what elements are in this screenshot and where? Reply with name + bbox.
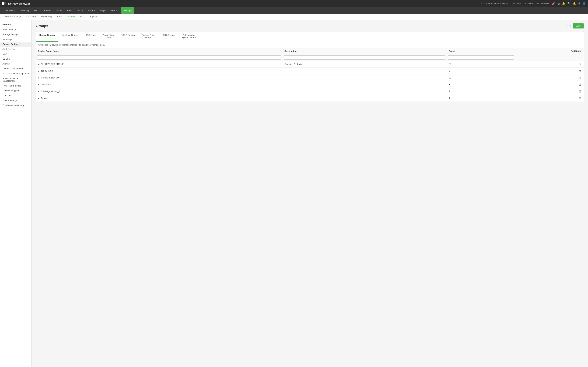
sidebar-item-mappings[interactable]: Mappings — [0, 37, 31, 42]
expand-icon[interactable]: ▶ — [38, 90, 39, 92]
sidebar-item-groups-settings[interactable]: Groups Settings — [0, 42, 31, 47]
add-button[interactable]: Add — [573, 23, 584, 28]
filter-name-input[interactable] — [37, 55, 281, 60]
device-groups-table: Device Group Name Description Count Acti… — [36, 48, 584, 102]
license-text: License will expire in 28 days — [484, 2, 508, 5]
tab-ip-groups[interactable]: IP Groups — [82, 32, 99, 42]
table-search-icon[interactable]: 🔍 — [579, 50, 581, 52]
row-description — [282, 68, 447, 75]
expand-icon[interactable]: ▶ — [38, 97, 39, 99]
col-header-count: Count — [447, 48, 515, 54]
row-name: Criteria_match any — [41, 76, 59, 79]
row-count: 23 — [447, 61, 515, 68]
sidebar-item-flow-filter[interactable]: Flow Filter Settings — [0, 83, 31, 88]
tab-dscp-groups[interactable]: DSCP Groups — [117, 32, 138, 42]
filter-name-cell — [36, 54, 282, 61]
app-name: NetFlow Analyzer — [8, 2, 30, 5]
search-icon[interactable]: 🔍 — [567, 2, 571, 5]
table-area: Create logical device groups for better … — [36, 42, 584, 102]
request-demo-link[interactable]: Request Demo — [536, 2, 549, 5]
navbar-item-settings[interactable]: Settings — [121, 7, 134, 14]
delete-icon[interactable]: 🗑 — [579, 83, 581, 86]
sidebar-item-attacks-license[interactable]: Attacks License Management — [0, 76, 31, 83]
delete-icon[interactable]: 🗑 — [579, 63, 581, 66]
row-description — [282, 88, 447, 95]
navbar-item-maps[interactable]: Maps — [98, 7, 108, 14]
row-name-cell: ▶ ALL DEVICES GROUP — [36, 61, 282, 68]
row-name: ALL DEVICES GROUP — [41, 63, 63, 65]
purchase-link[interactable]: Purchase — [525, 2, 533, 5]
row-actions: 🗑 — [515, 88, 584, 95]
filter-description-input[interactable] — [284, 55, 445, 60]
navbar-item-inventory[interactable]: Inventory — [17, 7, 32, 14]
subnav-item-oputils[interactable]: OpUtils — [88, 14, 100, 20]
row-name-cell: ▶ contains 4 — [36, 81, 282, 88]
sidebar-item-alert-profiles[interactable]: Alert Profiles — [0, 47, 31, 51]
navbar-item-ipsla[interactable]: IPSLA — [74, 7, 86, 14]
filter-count-input[interactable] — [448, 55, 514, 60]
table-row: ▶ ALL DEVICES GROUP Contains All devices… — [36, 61, 584, 68]
row-name-cell: ▶ Device — [36, 95, 282, 102]
notification-icon[interactable]: 🔔 — [573, 2, 576, 5]
sidebar-item-wlc-license[interactable]: WLC License Management — [0, 71, 31, 76]
table-row: ▶ Device 1 🗑 — [36, 95, 584, 102]
sidebar-item-attacks[interactable]: Attacks — [0, 61, 31, 66]
sidebar-item-nbar[interactable]: NBAR — [0, 51, 31, 57]
col-header-description: Description — [282, 48, 447, 54]
subnav-item-ncm[interactable]: NCM — [78, 14, 88, 20]
row-count: 1 — [447, 95, 515, 102]
navbar-item-dashboard[interactable]: Dashboard — [1, 7, 17, 14]
bell-icon[interactable]: 🔔 — [562, 2, 565, 5]
tab-device-groups[interactable]: Device Groups — [36, 32, 59, 42]
subnav-item-netflow[interactable]: NetFlow — [65, 14, 78, 20]
row-name: Device — [41, 97, 48, 100]
sidebar-item-storage-settings[interactable]: Storage Settings — [0, 32, 31, 37]
subnav-item-discovery[interactable]: Discovery — [24, 14, 39, 20]
app-grid-icon[interactable] — [2, 2, 5, 5]
delete-icon[interactable]: 🗑 — [579, 76, 581, 79]
sidebar-item-distributed-monitoring[interactable]: Distributed Monitoring — [0, 103, 31, 108]
get-quote-link[interactable]: Get Quote — [512, 2, 521, 5]
sidebar-item-network-mapping[interactable]: Network Mapping — [0, 88, 31, 93]
tab-autonomous-system-group[interactable]: AutonomousSystem Group — [178, 32, 199, 42]
navbar-item-reports[interactable]: Reports — [108, 7, 121, 14]
sidebar-item-license-management[interactable]: License Management — [0, 66, 31, 71]
table-row: ▶ grp 40 to 60 6 🗑 — [36, 68, 584, 75]
export-icon[interactable]: 📄 — [567, 24, 571, 28]
expand-icon[interactable]: ▶ — [38, 83, 39, 86]
tab-interface-groups[interactable]: Interface Groups — [59, 32, 82, 42]
table-body: ▶ ALL DEVICES GROUP Contains All devices… — [36, 61, 584, 102]
navbar-item-alarms[interactable]: Alarms — [86, 7, 98, 14]
sidebar-item-waas[interactable]: WAAS Settings — [0, 98, 31, 103]
expand-icon[interactable]: ▶ — [38, 70, 39, 72]
delete-icon[interactable]: 🗑 — [579, 97, 581, 100]
header-actions: 📄 Add — [567, 23, 584, 28]
user-icon[interactable]: 👤 — [583, 2, 586, 5]
delete-icon[interactable]: 🗑 — [579, 90, 581, 93]
navbar-item-ncm[interactable]: NCM — [54, 7, 64, 14]
navbar-item-ipam[interactable]: IPAM — [64, 7, 74, 14]
rocket-icon[interactable]: 🚀 — [552, 2, 555, 5]
subnav-item-general[interactable]: General Settings — [2, 14, 24, 20]
tab-access-point-groups[interactable]: Access PointGroups — [138, 32, 158, 42]
row-name: Criteria_matchall_2 — [41, 90, 60, 93]
row-count: 6 — [447, 68, 515, 75]
subnav-item-tools[interactable]: Tools — [54, 14, 65, 20]
sidebar-item-basic-settings[interactable]: Basic Settings — [0, 27, 31, 32]
navbar-item-wlc[interactable]: WLC — [32, 7, 42, 14]
expand-icon[interactable]: ▶ — [38, 77, 39, 79]
row-name-cell: ▶ Criteria_matchall_2 — [36, 88, 282, 95]
navbar-more-icon[interactable]: ⋮ — [583, 8, 587, 12]
tab-application-groups[interactable]: ApplicationGroups — [99, 32, 117, 42]
expand-icon[interactable]: ▶ — [38, 63, 39, 65]
tab-ssid-groups[interactable]: SSID Groups — [158, 32, 178, 42]
sidebar-item-cbqos[interactable]: CBQoS — [0, 57, 31, 61]
delete-icon[interactable]: 🗑 — [579, 69, 581, 72]
monitor-icon[interactable]: 🖥 — [557, 2, 560, 5]
subnav-item-monitoring[interactable]: Monitoring — [39, 14, 54, 20]
settings-icon[interactable]: ⚙ — [578, 2, 580, 5]
topbar-icons: 🚀 🖥 🔔 🔍 🔔 ⚙ 👤 — [552, 2, 586, 5]
navbar-item-attacks[interactable]: Attacks — [42, 7, 54, 14]
row-actions: 🗑 — [515, 95, 584, 102]
sidebar-item-data-unit[interactable]: Data Unit — [0, 93, 31, 98]
